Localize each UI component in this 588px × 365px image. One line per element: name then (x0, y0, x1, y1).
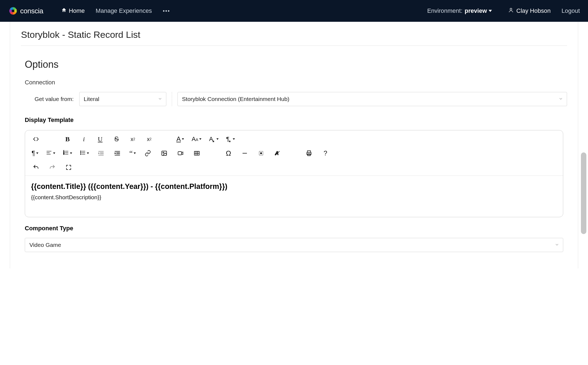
nav-home[interactable]: Home (56, 7, 90, 14)
component-type-label: Component Type (25, 225, 567, 232)
clear-format-button[interactable]: A (273, 149, 282, 158)
logout-label: Logout (562, 7, 580, 14)
editor-content-area[interactable]: {{content.Title}} ({{content.Year}}) - {… (25, 176, 563, 217)
horizontal-rule-button[interactable] (240, 149, 249, 158)
svg-rect-28 (178, 152, 182, 155)
editor-toolbar: B i U S x2 x2 A AA A★ ¶★ (25, 130, 563, 176)
quote-icon: “ (129, 151, 133, 155)
paragraph-format-dropdown[interactable]: ¶ (32, 149, 38, 157)
code-view-button[interactable] (32, 135, 40, 143)
help-button[interactable]: ? (321, 149, 330, 158)
svg-rect-35 (260, 152, 262, 154)
chevron-down-icon (36, 152, 38, 154)
user-name-label: Clay Hobson (516, 7, 551, 14)
ordered-list-icon: 123 (63, 150, 69, 157)
chevron-down-icon (134, 152, 136, 154)
undo-button[interactable] (32, 163, 40, 172)
print-button[interactable] (305, 149, 313, 158)
redo-button[interactable] (48, 163, 57, 172)
chevron-down-icon (70, 152, 72, 154)
paragraph-style-dropdown[interactable]: ¶★ (226, 136, 235, 143)
svg-rect-26 (162, 151, 167, 155)
app-header: conscia Home Manage Experiences ••• Envi… (0, 0, 588, 22)
font-color-dropdown[interactable]: A (176, 135, 184, 143)
nav-home-label: Home (69, 7, 85, 14)
logo-text: conscia (20, 7, 43, 15)
unordered-list-icon (80, 150, 86, 157)
ordered-list-dropdown[interactable]: 123 (63, 150, 72, 157)
divider (172, 92, 172, 106)
environment-selector[interactable]: Environment: preview (427, 7, 492, 14)
align-dropdown[interactable] (46, 150, 55, 157)
connection-row: Get value from: Literal Storyblok Connec… (25, 92, 567, 106)
logo-icon (8, 6, 18, 16)
bold-button[interactable]: B (63, 135, 72, 143)
nav-manage-label: Manage Experiences (96, 7, 152, 14)
get-value-from-value: Literal (84, 96, 99, 102)
scrollbar-thumb[interactable] (581, 152, 586, 234)
chevron-down-icon (182, 138, 184, 140)
logo: conscia (8, 6, 43, 16)
nav-manage-experiences[interactable]: Manage Experiences (90, 7, 157, 14)
unordered-list-dropdown[interactable] (80, 150, 89, 157)
display-template-label: Display Template (25, 116, 567, 124)
get-value-from-label: Get value from: (35, 96, 74, 102)
image-button[interactable] (160, 149, 169, 158)
strikethrough-button[interactable]: S (112, 135, 121, 143)
svg-point-2 (510, 8, 512, 10)
chevron-down-icon (216, 138, 219, 140)
user-menu[interactable]: Clay Hobson (508, 7, 551, 14)
svg-text:3: 3 (63, 153, 65, 155)
user-icon (508, 7, 514, 14)
svg-point-17 (80, 154, 81, 155)
toolbar-row-1: B i U S x2 x2 A AA A★ ¶★ (32, 135, 556, 143)
environment-value: preview (465, 7, 487, 14)
chevron-down-icon (87, 152, 89, 154)
quote-dropdown[interactable]: “ (129, 151, 136, 155)
svg-point-1 (16, 10, 17, 11)
home-icon (61, 7, 67, 14)
toolbar-row-2: ¶ 123 (32, 149, 556, 158)
chevron-down-icon (233, 138, 235, 140)
logout-link[interactable]: Logout (562, 7, 580, 14)
component-type-select[interactable]: Video Game (25, 238, 563, 252)
environment-label: Environment: (427, 7, 463, 14)
chevron-down-icon (53, 152, 55, 154)
chevron-down-icon (199, 138, 201, 140)
options-section-title: Options (25, 59, 567, 70)
table-button[interactable] (192, 149, 201, 158)
align-left-icon (46, 150, 52, 157)
special-chars-button[interactable]: Ω (224, 149, 233, 158)
rich-text-editor: B i U S x2 x2 A AA A★ ¶★ (25, 130, 563, 217)
main-content: Storyblok - Static Record List Options C… (10, 22, 578, 268)
subscript-button[interactable]: x2 (128, 135, 137, 143)
inline-style-dropdown[interactable]: A★ (209, 136, 219, 143)
component-type-value: Video Game (29, 242, 61, 248)
underline-button[interactable]: U (96, 135, 105, 143)
video-button[interactable] (176, 149, 185, 158)
template-line-2: {{content.ShortDescription}} (31, 194, 557, 201)
indent-button[interactable] (113, 149, 122, 158)
template-line-1: {{content.Title}} ({{content.Year}}) - {… (31, 182, 557, 191)
component-title: Storyblok - Static Record List (21, 22, 567, 46)
connection-select[interactable]: Storyblok Connection (Entertainment Hub) (177, 92, 567, 106)
connection-label: Connection (25, 79, 567, 86)
superscript-button[interactable]: x2 (145, 135, 154, 143)
italic-button[interactable]: i (79, 135, 88, 143)
svg-point-27 (163, 152, 164, 153)
chevron-down-icon (559, 96, 563, 102)
outdent-button[interactable] (97, 149, 105, 158)
link-button[interactable] (143, 149, 152, 158)
nav-more-menu[interactable]: ••• (157, 8, 176, 14)
connection-value: Storyblok Connection (Entertainment Hub) (182, 96, 290, 102)
select-all-button[interactable] (257, 149, 265, 158)
svg-point-15 (80, 151, 81, 152)
svg-point-16 (80, 152, 81, 153)
chevron-down-icon (555, 242, 559, 248)
svg-point-0 (12, 10, 14, 12)
get-value-from-select[interactable]: Literal (79, 92, 166, 106)
chevron-down-icon (158, 96, 162, 102)
fullscreen-button[interactable] (64, 163, 73, 172)
toolbar-row-3 (32, 163, 556, 172)
font-size-dropdown[interactable]: AA (192, 136, 201, 143)
